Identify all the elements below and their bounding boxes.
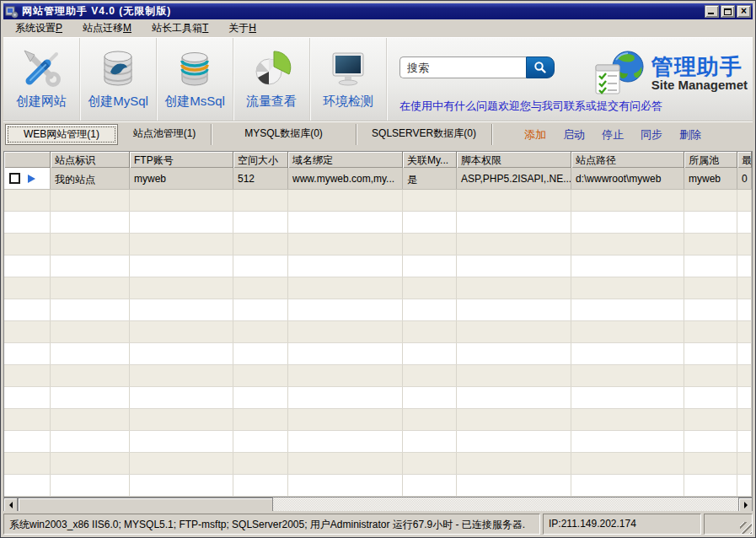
cell-space-size: 512 [233, 168, 288, 189]
scroll-left-button[interactable] [3, 498, 18, 512]
column-header-site-label[interactable]: 站点标识 [51, 152, 130, 168]
status-corner-panel [704, 514, 753, 535]
toolbar-button-label: 环境检测 [323, 94, 373, 110]
scroll-right-button[interactable] [738, 498, 753, 512]
toolbar-button-label: 流量查看 [246, 94, 297, 110]
tab-mysql-database[interactable]: MYSQL数据库(0) [212, 124, 357, 145]
horizontal-scrollbar[interactable] [3, 497, 753, 511]
site-actions: 添加 启动 停止 同步 删除 [524, 124, 701, 145]
minimize-button[interactable] [705, 5, 719, 18]
brand-logo: 管理助手 Site Managemet [594, 48, 748, 99]
scrollbar-track[interactable] [273, 498, 738, 511]
app-icon [5, 5, 19, 19]
search-input[interactable] [399, 56, 526, 78]
cell-site-path: d:\wwwroot\myweb [571, 168, 684, 189]
column-header-site-path[interactable]: 站点路径 [571, 152, 684, 168]
tab-sqlserver-database[interactable]: SQLSERVER数据库(0) [357, 124, 492, 145]
sync-site-link[interactable]: 同步 [641, 124, 662, 145]
maximize-button[interactable] [721, 5, 735, 18]
mysql-database-icon [98, 49, 138, 89]
resize-grip[interactable] [740, 522, 752, 534]
tab-site-pool-management[interactable]: 站点池管理(1) [118, 124, 212, 145]
search-button[interactable] [526, 56, 555, 78]
empty-row [4, 409, 752, 431]
cell-related-mysql: 是 [403, 168, 457, 189]
empty-row [4, 365, 752, 387]
cell-script-permission: ASP,PHP5.2ISAPI,.NE... [457, 168, 571, 189]
search-icon [533, 61, 547, 74]
empty-row [4, 343, 752, 365]
add-site-link[interactable]: 添加 [524, 124, 546, 145]
empty-row [4, 277, 752, 299]
create-mysql-button[interactable]: 创建MySql [80, 38, 157, 121]
table-row[interactable]: 我的站点 myweb 512 www.myweb.com,my... 是 ASP… [4, 168, 752, 190]
empty-row [4, 234, 752, 256]
column-header-domain-bind[interactable]: 域名绑定 [288, 152, 403, 168]
ip-address-panel: IP:211.149.202.174 [543, 514, 701, 535]
column-header-select[interactable] [4, 152, 51, 168]
empty-row [4, 453, 752, 475]
toolbar-button-label: 创建网站 [16, 94, 67, 110]
tab-strip: WEB网站管理(1) 站点池管理(1) MYSQL数据库(0) SQLSERVE… [3, 121, 753, 151]
stop-site-link[interactable]: 停止 [602, 124, 624, 145]
empty-row [4, 431, 752, 453]
tools-icon [21, 49, 62, 89]
menu-item-site-migration[interactable]: 站点迁移M [76, 19, 138, 37]
empty-row [4, 299, 752, 321]
logo-title: 管理助手 [651, 56, 748, 78]
toolbar-button-label: 创建MsSql [164, 94, 225, 110]
row-running-icon [28, 175, 35, 183]
column-header-related-mysql[interactable]: 关联My... [403, 152, 457, 168]
close-icon: × [737, 6, 750, 17]
monitor-icon [328, 49, 368, 89]
arrow-right-icon [744, 502, 748, 508]
mssql-database-icon [174, 49, 215, 89]
menu-item-about[interactable]: 关于H [222, 19, 263, 37]
toolbar-button-label: 创建MySql [88, 94, 148, 110]
empty-row [4, 190, 752, 212]
toolbar: 创建网站 创建MySql 创建MsSql [3, 37, 753, 121]
status-bar: 系统win2003_x86 IIS6.0; MYSQL5.1; FTP-msft… [3, 511, 753, 535]
scrollbar-thumb[interactable] [18, 498, 273, 512]
column-header-space-size[interactable]: 空间大小 [233, 152, 288, 168]
cell-max: 0 [737, 168, 752, 189]
maximize-icon [724, 8, 732, 15]
logo-subtitle: Site Managemet [651, 78, 748, 92]
pie-chart-icon [251, 49, 292, 89]
app-window: 网站管理助手 V4.0 (无限制版) × 系统设置P 站点迁移M 站长工具箱T … [0, 0, 756, 538]
column-header-script-permission[interactable]: 脚本权限 [457, 152, 571, 168]
delete-site-link[interactable]: 删除 [679, 124, 701, 145]
empty-row [4, 387, 752, 409]
menu-item-system-settings[interactable]: 系统设置P [8, 19, 69, 37]
environment-check-button[interactable]: 环境检测 [310, 38, 387, 121]
table-header-row: 站点标识 FTP账号 空间大小 域名绑定 关联My... 脚本权限 站点路径 所… [4, 152, 752, 168]
create-mssql-button[interactable]: 创建MsSql [157, 38, 233, 121]
system-info-panel: 系统win2003_x86 IIS6.0; MYSQL5.1; FTP-msft… [3, 514, 540, 535]
title-bar[interactable]: 网站管理助手 V4.0 (无限制版) × [3, 3, 753, 19]
window-title: 网站管理助手 V4.0 (无限制版) [22, 4, 171, 19]
minimize-icon [708, 13, 714, 14]
empty-row [4, 475, 752, 497]
column-header-max[interactable]: 最大 [737, 152, 752, 168]
tab-web-site-management[interactable]: WEB网站管理(1) [5, 124, 118, 145]
empty-row [4, 321, 752, 343]
row-select-cell [4, 168, 51, 189]
row-checkbox[interactable] [9, 173, 20, 184]
globe-checklist-icon [594, 48, 648, 99]
traffic-view-button[interactable]: 流量查看 [233, 38, 310, 121]
arrow-left-icon [9, 502, 13, 508]
column-header-ftp-account[interactable]: FTP账号 [130, 152, 233, 168]
cell-domain-bind: www.myweb.com,my... [288, 168, 403, 189]
cell-site-label: 我的站点 [51, 168, 130, 189]
cell-ftp-account: myweb [130, 168, 233, 189]
site-table: 站点标识 FTP账号 空间大小 域名绑定 关联My... 脚本权限 站点路径 所… [3, 151, 753, 497]
column-header-pool[interactable]: 所属池 [684, 152, 737, 168]
create-website-button[interactable]: 创建网站 [3, 38, 80, 121]
search-bar [399, 56, 555, 78]
start-site-link[interactable]: 启动 [563, 124, 585, 145]
empty-row [4, 212, 752, 234]
menu-item-webmaster-toolbox[interactable]: 站长工具箱T [145, 19, 215, 37]
close-button[interactable]: × [737, 5, 751, 18]
help-link[interactable]: 在使用中有什么问题欢迎您与我司联系或提交有问必答 [399, 99, 662, 114]
cell-pool: myweb [684, 168, 737, 189]
